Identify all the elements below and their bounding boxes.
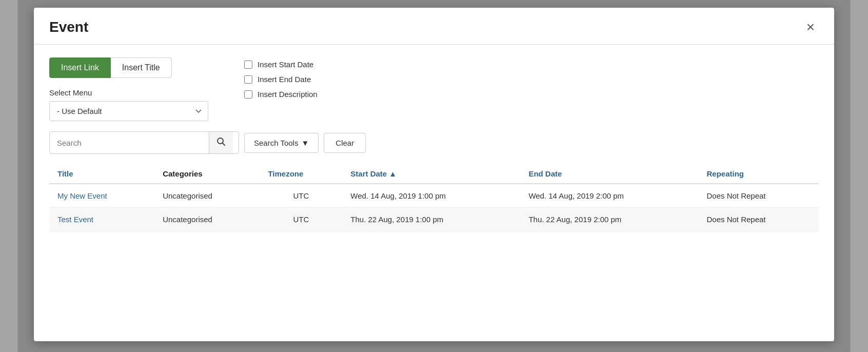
table-row: My New Event Uncategorised UTC Wed. 14 A… [49, 184, 819, 208]
search-tools-label: Search Tools [254, 139, 298, 147]
sort-arrow-icon: ▲ [389, 169, 397, 178]
col-categories: Categories [154, 164, 260, 184]
search-row: Search Tools ▼ Clear [49, 131, 819, 154]
event-categories-cell: Uncategorised [154, 208, 260, 231]
select-menu-dropdown[interactable]: - Use Default [49, 101, 208, 121]
table-body: My New Event Uncategorised UTC Wed. 14 A… [49, 184, 819, 231]
modal-header: Event × [34, 8, 834, 45]
clear-button[interactable]: Clear [324, 133, 366, 153]
left-column: Insert Link Insert Title Select Menu - U… [49, 57, 213, 121]
modal-body: Insert Link Insert Title Select Menu - U… [34, 45, 834, 244]
search-tools-button[interactable]: Search Tools ▼ [244, 133, 319, 153]
insert-description-row[interactable]: Insert Description [244, 90, 318, 99]
modal-title: Event [49, 19, 88, 35]
search-submit-button[interactable] [209, 132, 233, 153]
chevron-down-icon: ▼ [301, 139, 309, 147]
col-start-date[interactable]: Start Date ▲ [342, 164, 520, 184]
insert-end-date-checkbox[interactable] [244, 75, 252, 84]
results-table: Title Categories Timezone Start Date ▲ E… [49, 164, 819, 231]
col-end-date: End Date [520, 164, 698, 184]
event-end-date-cell: Wed. 14 Aug, 2019 2:00 pm [520, 184, 698, 208]
event-repeating-cell: Does Not Repeat [698, 208, 819, 231]
col-timezone: Timezone [260, 164, 342, 184]
options-row: Insert Link Insert Title Select Menu - U… [49, 57, 819, 121]
event-title-cell: My New Event [49, 184, 154, 208]
event-title-cell: Test Event [49, 208, 154, 231]
tab-row: Insert Link Insert Title [49, 57, 213, 78]
table-row: Test Event Uncategorised UTC Thu. 22 Aug… [49, 208, 819, 231]
insert-title-tab[interactable]: Insert Title [111, 57, 172, 78]
event-timezone-cell: UTC [260, 208, 342, 231]
close-button[interactable]: × [802, 18, 819, 36]
search-input[interactable] [50, 133, 209, 152]
table-header: Title Categories Timezone Start Date ▲ E… [49, 164, 819, 184]
insert-start-date-checkbox[interactable] [244, 61, 252, 69]
event-title-link[interactable]: Test Event [57, 215, 93, 224]
insert-end-date-label: Insert End Date [258, 75, 311, 84]
search-icon [216, 137, 226, 146]
right-column: Insert Start Date Insert End Date Insert… [244, 57, 318, 99]
insert-start-date-label: Insert Start Date [258, 60, 313, 69]
modal-dialog: Event × Insert Link Insert Title Select … [34, 8, 834, 341]
search-input-wrap [49, 131, 239, 154]
modal-overlay: Event × Insert Link Insert Title Select … [0, 0, 868, 352]
select-menu-label: Select Menu [49, 88, 213, 97]
event-repeating-cell: Does Not Repeat [698, 184, 819, 208]
insert-description-checkbox[interactable] [244, 90, 252, 99]
insert-link-tab[interactable]: Insert Link [49, 57, 111, 78]
event-timezone-cell: UTC [260, 184, 342, 208]
col-repeating: Repeating [698, 164, 819, 184]
col-title: Title [49, 164, 154, 184]
event-start-date-cell: Thu. 22 Aug, 2019 1:00 pm [342, 208, 520, 231]
insert-start-date-row[interactable]: Insert Start Date [244, 60, 318, 69]
svg-line-1 [223, 143, 225, 146]
event-title-link[interactable]: My New Event [57, 191, 107, 200]
event-end-date-cell: Thu. 22 Aug, 2019 2:00 pm [520, 208, 698, 231]
event-start-date-cell: Wed. 14 Aug, 2019 1:00 pm [342, 184, 520, 208]
insert-end-date-row[interactable]: Insert End Date [244, 75, 318, 84]
insert-description-label: Insert Description [258, 90, 318, 99]
event-categories-cell: Uncategorised [154, 184, 260, 208]
